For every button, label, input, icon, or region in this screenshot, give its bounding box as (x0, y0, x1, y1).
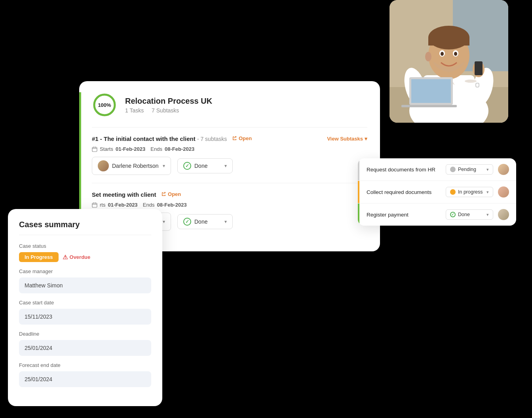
subtask-2-chevron: ▾ (486, 190, 489, 195)
svg-point-18 (425, 52, 431, 61)
subtask-2-left-bar (358, 181, 359, 203)
task-1-controls: Darlene Robertson ▾ Done ▾ (92, 157, 367, 175)
svg-rect-10 (475, 61, 483, 75)
task-1-assignee-select[interactable]: Darlene Robertson ▾ (92, 157, 171, 175)
cases-title: Cases summary (19, 220, 151, 229)
svg-rect-24 (401, 105, 457, 107)
deadline-field: 25/01/2024 (19, 340, 151, 356)
task-1-status: Open (232, 135, 252, 141)
subtask-1-status-label: Pending (458, 167, 476, 172)
view-subtasks-label: View Subtasks (327, 136, 363, 142)
task-1-num: #1 - (92, 135, 104, 142)
cases-summary-card: Cases summary Case status In Progress ⚠ … (8, 209, 162, 407)
case-start-date-label: Case start date (19, 300, 151, 306)
task-1-assignee-name: Darlene Robertson (112, 163, 159, 169)
task-2-dates: rts 01-Feb-2023 Ends 08-Feb-2023 (92, 202, 367, 208)
subtask-3-status-label: Done (458, 212, 470, 217)
cases-divider (19, 235, 151, 236)
task-2-status-select[interactable]: Done ▾ (177, 214, 233, 229)
progress-circle: 100% (92, 92, 117, 118)
deadline-label: Deadline (19, 331, 151, 337)
subtask-3-left-bar (358, 203, 359, 226)
external-link-icon (232, 136, 237, 141)
photo-card (390, 0, 508, 123)
done-2-chevron: ▾ (224, 219, 227, 224)
assignee-1-chevron: ▾ (163, 163, 165, 169)
task-1-title: #1 - The initial contact with the client… (92, 135, 252, 142)
card-header: 100% Relocation Process UK 1 Tasks 7 Sub… (92, 92, 367, 118)
svg-rect-27 (92, 147, 97, 152)
subtask-3-chevron: ▾ (486, 212, 489, 217)
inprogress-dot (450, 189, 456, 195)
svg-rect-29 (95, 146, 96, 148)
svg-rect-13 (428, 38, 469, 46)
subtask-3-status[interactable]: Done ▾ (446, 209, 493, 220)
subtasks-card: Request documents from HR Pending ▾ Coll… (358, 158, 516, 226)
progress-percent: 100% (98, 102, 111, 108)
task-2-end: 08-Feb-2023 (157, 202, 186, 208)
subtasks-count: 7 Subtasks (152, 107, 179, 114)
task-2-status: Open (161, 191, 181, 197)
done-dot (450, 212, 456, 217)
subtask-row-2: Collect required documents In progress ▾ (358, 181, 516, 203)
warning-icon: ⚠ (63, 254, 68, 261)
done-1-chevron: ▾ (224, 163, 227, 169)
task-1-completion: Done (194, 163, 207, 169)
pending-dot (450, 167, 456, 172)
subtask-1-status[interactable]: Pending ▾ (446, 164, 493, 175)
done-icon-1 (183, 162, 191, 170)
svg-rect-32 (95, 202, 96, 203)
svg-point-17 (454, 52, 457, 56)
task-1-status-select[interactable]: Done ▾ (177, 158, 233, 173)
inprogress-badge: In Progress (19, 252, 59, 262)
forecast-end-date-field: 25/01/2024 (19, 371, 151, 387)
case-manager-label: Case manager (19, 268, 151, 274)
task-2-title: Set meeting with client Open (92, 191, 181, 198)
svg-point-16 (441, 52, 444, 56)
svg-point-20 (465, 80, 477, 83)
tasks-subtitle: 1 Tasks 7 Subtasks (125, 107, 212, 114)
subtask-2-status-label: In progress (458, 189, 483, 195)
task-1-dates: Starts 01-Feb-2023 Ends 08-Feb-2023 (92, 146, 367, 152)
subtask-row-3: Register payment Done ▾ (358, 203, 516, 226)
done-icon-2 (183, 218, 191, 226)
svg-rect-31 (93, 202, 94, 203)
task-1-start: 01-Feb-2023 (116, 146, 145, 152)
subtask-1-avatar (498, 164, 509, 175)
task-2-completion: Done (194, 218, 207, 225)
subtask-row-1: Request documents from HR Pending ▾ (358, 158, 516, 181)
assignee-1-avatar (98, 160, 109, 171)
task-1-end: 08-Feb-2023 (165, 146, 194, 152)
forecast-end-date-label: Forecast end date (19, 362, 151, 368)
case-status-badges: In Progress ⚠ Overdue (19, 252, 151, 262)
subtask-2-name: Collect required documents (367, 189, 441, 195)
case-status-label: Case status (19, 243, 151, 249)
subtask-2-status[interactable]: In progress ▾ (446, 187, 493, 197)
card-title-section: Relocation Process UK 1 Tasks 7 Subtasks (125, 97, 212, 114)
assignee-2-chevron: ▾ (163, 219, 165, 224)
tasks-count: 1 Tasks (125, 107, 144, 114)
case-manager-field: Matthew Simon (19, 277, 151, 293)
subtask-2-avatar (498, 186, 509, 198)
svg-rect-23 (411, 79, 451, 103)
subtask-1-left-bar (358, 158, 359, 180)
task-item-1: #1 - The initial contact with the client… (92, 135, 367, 175)
subtask-1-name: Request documents from HR (367, 167, 441, 173)
calendar-icon-2 (92, 202, 97, 208)
external-link-icon-2 (161, 192, 166, 197)
process-title: Relocation Process UK (125, 97, 212, 106)
overdue-label: Overdue (70, 254, 91, 260)
calendar-icon (92, 146, 97, 152)
task-2-start: 01-Feb-2023 (108, 202, 137, 208)
overdue-badge: ⚠ Overdue (63, 252, 91, 262)
case-start-date-field: 15/11/2023 (19, 309, 151, 325)
svg-rect-30 (92, 203, 97, 207)
subtask-3-name: Register payment (367, 212, 441, 218)
subtask-1-chevron: ▾ (486, 167, 489, 172)
svg-rect-28 (93, 146, 94, 148)
chevron-down-icon: ▾ (365, 136, 367, 142)
subtask-3-avatar (498, 209, 509, 220)
view-subtasks-button[interactable]: View Subtasks ▾ (327, 136, 367, 142)
